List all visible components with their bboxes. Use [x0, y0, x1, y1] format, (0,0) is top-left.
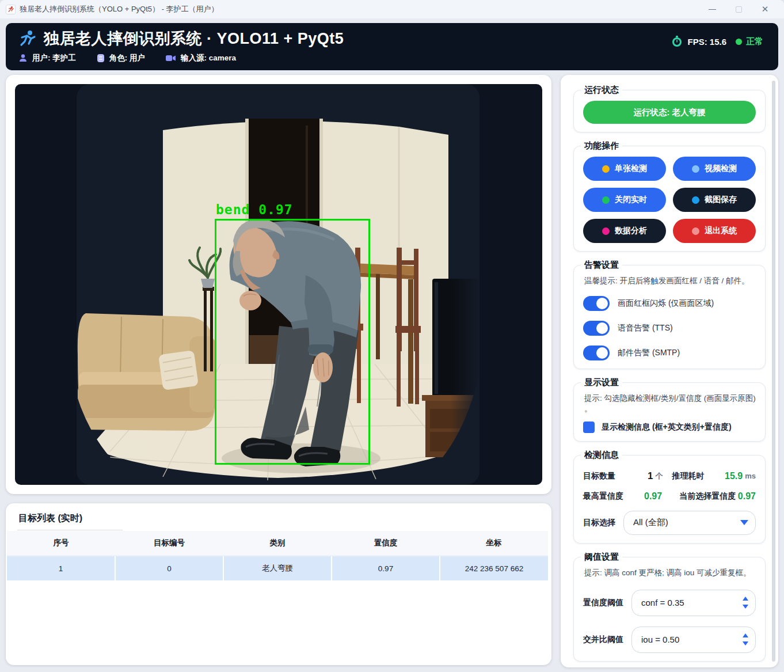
target-count-value: 1	[648, 470, 653, 482]
spin-up-icon[interactable]	[743, 597, 748, 601]
iou-threshold-spinbox[interactable]: iou = 0.50	[631, 627, 756, 653]
iou-threshold-value: iou = 0.50	[641, 635, 679, 644]
target-select-value: All (全部)	[633, 517, 668, 528]
cell-confidence: 0.97	[332, 556, 440, 580]
user-label: 用户: 李护工	[32, 53, 76, 63]
spinner-arrows[interactable]	[743, 633, 748, 646]
threshold-settings-group: 阈值设置 提示: 调高 conf 更严格; 调高 iou 可减少重复框。 置信度…	[573, 557, 766, 662]
sidebar-scrollbar[interactable]	[772, 81, 775, 662]
max-confidence-value: 0.97	[644, 491, 662, 502]
threshold-hint: 提示: 调高 conf 更严格; 调高 iou 可减少重复框。	[584, 568, 756, 578]
threshold-settings-title: 阈值设置	[581, 552, 622, 563]
system-status: 正常	[736, 36, 763, 47]
window-controls: ✕	[699, 1, 778, 18]
selected-confidence-value: 0.97	[738, 491, 756, 502]
button-label: 关闭实时	[615, 195, 647, 205]
cell-target-id: 0	[115, 556, 223, 580]
window-title: 独居老人摔倒识别系统（YOLO + PyQt5） - 李护工（用户）	[20, 4, 219, 14]
exit-system-button[interactable]: 退出系统	[673, 219, 756, 243]
spinner-arrows[interactable]	[743, 597, 748, 609]
fps-indicator: FPS: 15.6	[671, 36, 726, 47]
camera-icon	[166, 54, 176, 62]
iou-threshold-label: 交并比阈值	[583, 635, 623, 645]
toggle-label: 画面红框闪烁 (仅画面区域)	[618, 298, 714, 309]
run-status-group: 运行状态 运行状态: 老人弯腰	[573, 90, 766, 132]
spin-down-icon[interactable]	[743, 605, 748, 609]
role-badge-icon	[97, 54, 105, 63]
chevron-down-icon	[740, 520, 748, 525]
video-frame: bend 0.97	[15, 84, 542, 485]
checkbox-label: 显示检测信息 (框+英文类别+置信度)	[602, 422, 732, 432]
yellow-dot-icon	[602, 165, 610, 173]
toggle-label: 语音告警 (TTS)	[618, 323, 673, 333]
target-count-unit: 个	[655, 471, 663, 481]
blue-dot-icon	[692, 196, 699, 204]
actions-group: 功能操作 单张检测 视频检测 关闭实时	[573, 146, 766, 252]
target-list-title: 目标列表 (实时)	[17, 512, 123, 530]
alert-settings-group: 告警设置 温馨提示: 开启后将触发画面红框 / 语音 / 邮件。 画面红框闪烁 …	[573, 265, 766, 369]
spin-up-icon[interactable]	[743, 633, 748, 637]
target-count-label: 目标数量	[583, 471, 615, 481]
status-text: 正常	[746, 36, 763, 47]
table-row[interactable]: 1 0 老人弯腰 0.97 242 236 507 662	[7, 556, 548, 580]
latency-unit: ms	[745, 472, 756, 480]
col-index: 序号	[7, 531, 115, 556]
cell-coordinates: 242 236 507 662	[440, 556, 548, 580]
display-hint: 提示: 勾选隐藏检测框/类别/置信度 (画面显示原图) 。	[584, 393, 756, 414]
video-card: bend 0.97	[6, 75, 551, 494]
confidence-threshold-value: conf = 0.35	[641, 598, 684, 608]
selected-confidence-label: 当前选择置信度	[679, 491, 736, 502]
single-image-detect-button[interactable]: 单张检测	[583, 157, 666, 181]
pink-dot-icon	[692, 227, 699, 235]
magenta-dot-icon	[602, 227, 610, 235]
detection-label: bend 0.97	[216, 202, 293, 217]
video-detect-button[interactable]: 视频检测	[673, 157, 756, 181]
stop-realtime-button[interactable]: 关闭实时	[583, 188, 666, 212]
button-label: 截图保存	[705, 195, 737, 205]
run-status-group-title: 运行状态	[581, 85, 622, 96]
alert-hint: 温馨提示: 开启后将触发画面红框 / 语音 / 邮件。	[584, 276, 756, 286]
button-label: 退出系统	[705, 226, 737, 236]
green-dot-icon	[602, 196, 610, 204]
show-detection-info-checkbox[interactable]	[583, 422, 595, 433]
cell-index: 1	[7, 556, 115, 580]
max-confidence-label: 最高置信度	[583, 491, 623, 502]
source-chip: 输入源: camera	[166, 53, 236, 63]
latency-label: 推理耗时	[672, 471, 704, 481]
sofa-pillow	[158, 350, 199, 390]
toggle-label: 邮件告警 (SMTP)	[618, 348, 680, 358]
titlebar: 独居老人摔倒识别系统（YOLO + PyQt5） - 李护工（用户） ✕	[0, 0, 784, 18]
button-label: 数据分析	[615, 226, 647, 236]
role-chip: 角色: 用户	[97, 53, 145, 63]
confidence-threshold-spinbox[interactable]: conf = 0.35	[631, 590, 756, 616]
detection-bounding-box	[215, 219, 370, 465]
falling-person-icon	[7, 6, 14, 13]
falling-person-icon	[18, 29, 37, 48]
red-frame-flash-toggle[interactable]	[583, 296, 610, 311]
role-label: 角色: 用户	[109, 53, 145, 63]
app-icon-small	[6, 5, 16, 14]
cell-class: 老人弯腰	[223, 556, 332, 580]
minimize-button[interactable]	[699, 1, 725, 18]
smtp-alert-toggle[interactable]	[583, 346, 610, 360]
screenshot-save-button[interactable]: 截图保存	[673, 188, 756, 212]
app-header: 独居老人摔倒识别系统 · YOLO11 + PyQt5 FPS: 15.6 正常	[6, 23, 778, 70]
data-analysis-button[interactable]: 数据分析	[583, 219, 666, 243]
detection-info-group: 检测信息 目标数量 1 个 推理耗时 15.9 ms 最高置信度 0.97 当前…	[573, 455, 766, 544]
close-button[interactable]: ✕	[752, 1, 778, 18]
detection-info-title: 检测信息	[581, 450, 622, 461]
tts-alert-toggle[interactable]	[583, 321, 610, 336]
alert-settings-title: 告警设置	[581, 260, 622, 271]
table-header-row: 序号 目标编号 类别 置信度 坐标	[7, 531, 548, 556]
status-dot-icon	[736, 39, 742, 45]
display-settings-group: 显示设置 提示: 勾选隐藏检测框/类别/置信度 (画面显示原图) 。 显示检测信…	[573, 382, 766, 441]
fps-value: FPS: 15.6	[687, 37, 726, 47]
user-icon	[18, 54, 28, 63]
stopwatch-icon	[671, 36, 683, 47]
target-select-dropdown[interactable]: All (全部)	[623, 511, 756, 535]
spin-down-icon[interactable]	[743, 641, 748, 646]
page-title: 独居老人摔倒识别系统 · YOLO11 + PyQt5	[44, 28, 344, 49]
button-label: 视频检测	[705, 164, 737, 174]
maximize-button[interactable]	[725, 1, 752, 18]
app-window: 独居老人摔倒识别系统（YOLO + PyQt5） - 李护工（用户） ✕ 独居老…	[0, 0, 784, 672]
